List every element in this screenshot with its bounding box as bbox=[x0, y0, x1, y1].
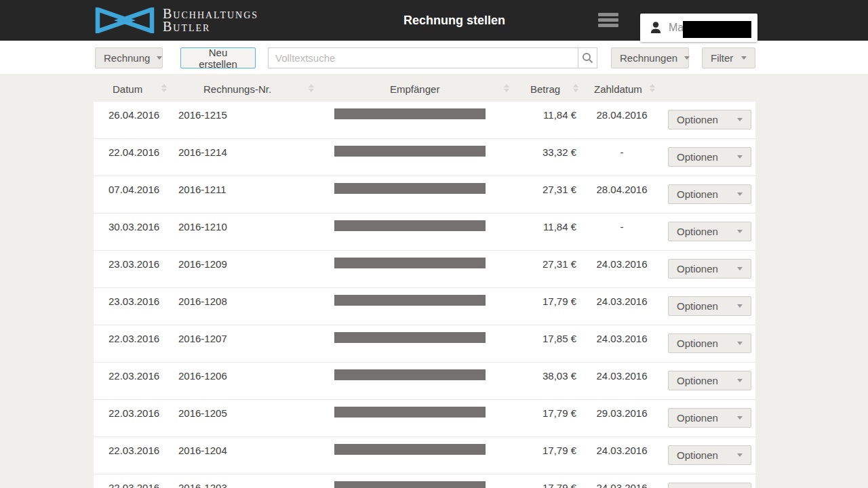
options-button[interactable]: Optionen bbox=[668, 147, 751, 167]
chevron-down-icon bbox=[737, 342, 743, 345]
options-button[interactable]: Optionen bbox=[668, 259, 751, 279]
invoice-number: 2016-1209 bbox=[178, 259, 227, 270]
recipient-redaction-bar bbox=[334, 258, 486, 268]
invoice-table: 26.04.2016 2016-1215 11,84 € 28.04.2016 … bbox=[94, 102, 755, 488]
recipient-redaction-bar bbox=[334, 220, 486, 231]
user-menu[interactable]: Max bbox=[640, 14, 757, 42]
invoice-amount: 38,03 € bbox=[480, 371, 576, 382]
options-button-label: Optionen bbox=[677, 375, 718, 386]
payment-date: 28.04.2016 bbox=[579, 110, 665, 121]
invoice-amount: 11,84 € bbox=[480, 110, 576, 121]
sort-icon-datum[interactable] bbox=[161, 84, 167, 94]
options-button[interactable]: Optionen bbox=[668, 110, 751, 129]
payment-date: 24.03.2016 bbox=[579, 483, 665, 488]
invoice-number: 2016-1205 bbox=[178, 408, 227, 419]
sort-icon-rechnungsnr[interactable] bbox=[309, 84, 315, 94]
create-new-button[interactable]: Neu erstellen bbox=[180, 47, 256, 68]
recipient-redaction-bar bbox=[334, 295, 486, 306]
table-row: 22.03.2016 2016-1206 38,03 € 24.03.2016 … bbox=[94, 363, 755, 400]
invoice-type-dropdown[interactable]: Rechnung bbox=[95, 47, 163, 68]
invoice-date: 26.04.2016 bbox=[108, 110, 159, 121]
invoice-date: 22.03.2016 bbox=[108, 333, 159, 344]
invoice-date: 22.03.2016 bbox=[108, 445, 159, 456]
invoice-amount: 17,79 € bbox=[480, 408, 576, 419]
payment-date: 24.03.2016 bbox=[579, 296, 665, 307]
chevron-down-icon bbox=[737, 267, 743, 270]
user-icon bbox=[648, 20, 663, 35]
create-new-button-label: Neu erstellen bbox=[189, 47, 247, 70]
invoice-date: 22.04.2016 bbox=[108, 147, 159, 158]
table-row: 26.04.2016 2016-1215 11,84 € 28.04.2016 … bbox=[94, 102, 755, 139]
invoice-date: 30.03.2016 bbox=[108, 222, 159, 232]
invoice-number: 2016-1206 bbox=[178, 371, 227, 382]
options-button[interactable]: Optionen bbox=[668, 408, 751, 428]
options-button[interactable]: Optionen bbox=[668, 371, 751, 390]
options-button[interactable]: Optionen bbox=[668, 333, 751, 353]
bowtie-logo-icon bbox=[95, 7, 155, 33]
invoice-amount: 33,32 € bbox=[480, 147, 576, 158]
options-button-label: Optionen bbox=[677, 151, 718, 163]
invoice-amount: 17,79 € bbox=[480, 296, 576, 307]
invoice-number: 2016-1211 bbox=[178, 184, 226, 195]
invoice-amount: 17,79 € bbox=[480, 445, 576, 456]
column-header-betrag: Betrag bbox=[530, 83, 560, 95]
payment-date: 28.04.2016 bbox=[579, 184, 665, 195]
invoice-type-dropdown-label: Rechnung bbox=[104, 52, 150, 64]
fulltext-search-input[interactable] bbox=[268, 47, 578, 68]
chevron-down-icon bbox=[737, 416, 743, 420]
recipient-redaction-bar bbox=[334, 444, 486, 455]
payment-date: 24.03.2016 bbox=[579, 333, 665, 344]
payment-date: - bbox=[579, 222, 665, 232]
sort-icon-empfaenger[interactable] bbox=[504, 84, 510, 94]
invoice-number: 2016-1204 bbox=[178, 445, 227, 456]
invoice-number: 2016-1207 bbox=[178, 333, 227, 344]
column-header-empfaenger: Empfänger bbox=[390, 83, 439, 95]
invoice-number: 2016-1203 bbox=[178, 483, 227, 488]
menu-icon[interactable] bbox=[598, 13, 618, 29]
options-button-label: Optionen bbox=[677, 188, 718, 200]
options-button[interactable]: Optionen bbox=[668, 445, 751, 465]
column-header-zahldatum: Zahldatum bbox=[594, 83, 642, 95]
options-button[interactable]: Optionen bbox=[668, 296, 751, 316]
payment-date: - bbox=[579, 147, 665, 158]
chevron-down-icon bbox=[737, 155, 743, 159]
brand-line2: Butler bbox=[163, 20, 258, 33]
sort-icon-zahldatum[interactable] bbox=[650, 84, 656, 94]
invoice-amount: 17,79 € bbox=[480, 483, 576, 488]
payment-date: 24.03.2016 bbox=[579, 445, 665, 456]
options-button[interactable]: Optionen bbox=[668, 222, 751, 241]
chevron-down-icon bbox=[737, 379, 743, 382]
brand-logo[interactable]: Buchhaltungs Butler bbox=[95, 7, 258, 33]
chevron-down-icon bbox=[737, 453, 743, 457]
filter-dropdown[interactable]: Filter bbox=[702, 47, 755, 68]
recipient-redaction-bar bbox=[334, 407, 486, 418]
column-header-datum: Datum bbox=[113, 83, 142, 95]
recipient-redaction-bar bbox=[334, 183, 486, 194]
app-window: Buchhaltungs Butler Rechnung stellen Max… bbox=[0, 0, 868, 488]
chevron-down-icon bbox=[684, 56, 690, 60]
options-button-label: Optionen bbox=[677, 114, 718, 125]
options-button[interactable]: Optionen bbox=[668, 184, 751, 204]
recipient-redaction-bar bbox=[334, 108, 486, 119]
invoice-date: 22.03.2016 bbox=[108, 483, 159, 488]
sort-icon-betrag[interactable] bbox=[573, 84, 579, 94]
table-row: 22.04.2016 2016-1214 33,32 € - Optionen bbox=[94, 139, 755, 176]
payment-date: 24.03.2016 bbox=[579, 371, 665, 382]
chevron-down-icon bbox=[157, 56, 162, 60]
invoice-number: 2016-1215 bbox=[178, 110, 227, 121]
topbar: Buchhaltungs Butler Rechnung stellen Max bbox=[0, 0, 868, 41]
table-row: 30.03.2016 2016-1210 11,84 € - Optionen bbox=[94, 214, 755, 251]
invoices-list-dropdown-label: Rechnungen bbox=[620, 52, 677, 64]
chevron-down-icon bbox=[737, 304, 743, 308]
filter-dropdown-label: Filter bbox=[711, 52, 733, 64]
payment-date: 24.03.2016 bbox=[579, 259, 665, 270]
options-button[interactable]: Optionen bbox=[668, 483, 751, 488]
invoice-date: 23.03.2016 bbox=[108, 259, 159, 270]
invoices-list-dropdown[interactable]: Rechnungen bbox=[611, 47, 689, 68]
recipient-redaction-bar bbox=[334, 481, 486, 488]
invoice-number: 2016-1210 bbox=[178, 222, 227, 232]
search-button[interactable] bbox=[578, 47, 597, 68]
page-title: Rechnung stellen bbox=[403, 14, 505, 28]
toolbar: Rechnung Neu erstellen Rechnungen Filter bbox=[0, 41, 868, 74]
table-row: 23.03.2016 2016-1208 17,79 € 24.03.2016 … bbox=[94, 288, 755, 325]
